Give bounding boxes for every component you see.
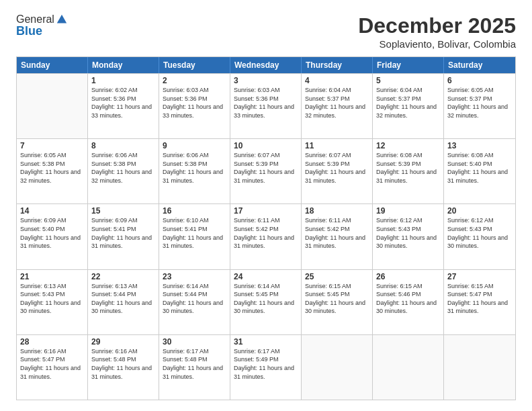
day-info: Sunrise: 6:14 AM Sunset: 5:45 PM Dayligh… [234, 282, 298, 316]
day-number: 12 [376, 141, 440, 150]
day-info: Sunrise: 6:09 AM Sunset: 5:41 PM Dayligh… [91, 216, 155, 250]
calendar-header-friday: Friday [373, 57, 444, 73]
day-info: Sunrise: 6:13 AM Sunset: 5:44 PM Dayligh… [91, 282, 155, 316]
calendar-cell [373, 335, 444, 400]
calendar-header: SundayMondayTuesdayWednesdayThursdayFrid… [17, 57, 515, 73]
day-info: Sunrise: 6:06 AM Sunset: 5:38 PM Dayligh… [91, 151, 155, 185]
day-info: Sunrise: 6:15 AM Sunset: 5:45 PM Dayligh… [305, 282, 369, 316]
day-number: 6 [447, 76, 512, 85]
calendar-cell: 13Sunrise: 6:08 AM Sunset: 5:40 PM Dayli… [444, 139, 515, 203]
day-info: Sunrise: 6:05 AM Sunset: 5:37 PM Dayligh… [447, 86, 512, 120]
day-number: 1 [91, 76, 155, 85]
calendar-header-monday: Monday [88, 57, 159, 73]
day-info: Sunrise: 6:17 AM Sunset: 5:49 PM Dayligh… [234, 347, 298, 381]
calendar-cell: 10Sunrise: 6:07 AM Sunset: 5:39 PM Dayli… [230, 139, 302, 203]
day-info: Sunrise: 6:17 AM Sunset: 5:48 PM Dayligh… [163, 347, 226, 381]
day-info: Sunrise: 6:04 AM Sunset: 5:37 PM Dayligh… [305, 86, 369, 120]
day-number: 23 [163, 272, 226, 281]
day-info: Sunrise: 6:04 AM Sunset: 5:37 PM Dayligh… [376, 86, 440, 120]
page-header: General Blue December 2025 Soplaviento, … [16, 13, 516, 50]
calendar-cell: 2Sunrise: 6:03 AM Sunset: 5:36 PM Daylig… [159, 74, 230, 138]
calendar-cell [302, 335, 373, 400]
day-info: Sunrise: 6:13 AM Sunset: 5:43 PM Dayligh… [20, 282, 84, 316]
calendar-header-tuesday: Tuesday [159, 57, 230, 73]
calendar-cell: 19Sunrise: 6:12 AM Sunset: 5:43 PM Dayli… [373, 204, 444, 269]
day-number: 13 [447, 141, 512, 150]
day-number: 10 [234, 141, 298, 150]
calendar-week-1: 1Sunrise: 6:02 AM Sunset: 5:36 PM Daylig… [17, 73, 515, 138]
day-number: 2 [163, 76, 226, 85]
day-info: Sunrise: 6:12 AM Sunset: 5:43 PM Dayligh… [376, 216, 440, 250]
day-number: 19 [376, 206, 440, 216]
calendar-cell: 16Sunrise: 6:10 AM Sunset: 5:41 PM Dayli… [159, 204, 230, 269]
day-info: Sunrise: 6:11 AM Sunset: 5:42 PM Dayligh… [305, 216, 369, 250]
day-number: 29 [91, 337, 155, 347]
calendar-cell: 5Sunrise: 6:04 AM Sunset: 5:37 PM Daylig… [373, 74, 444, 138]
day-info: Sunrise: 6:05 AM Sunset: 5:38 PM Dayligh… [20, 151, 84, 185]
day-number: 3 [234, 76, 298, 85]
day-info: Sunrise: 6:03 AM Sunset: 5:36 PM Dayligh… [163, 86, 226, 120]
day-number: 17 [234, 206, 298, 216]
calendar-week-5: 28Sunrise: 6:16 AM Sunset: 5:47 PM Dayli… [17, 334, 515, 400]
day-number: 31 [234, 337, 298, 347]
calendar-page: General Blue December 2025 Soplaviento, … [0, 0, 532, 411]
svg-marker-0 [57, 15, 66, 24]
calendar-week-3: 14Sunrise: 6:09 AM Sunset: 5:40 PM Dayli… [17, 203, 515, 269]
day-number: 26 [376, 272, 440, 281]
day-info: Sunrise: 6:08 AM Sunset: 5:40 PM Dayligh… [447, 151, 512, 185]
day-info: Sunrise: 6:16 AM Sunset: 5:47 PM Dayligh… [20, 347, 84, 381]
day-number: 22 [91, 272, 155, 281]
calendar-header-thursday: Thursday [302, 57, 373, 73]
day-info: Sunrise: 6:09 AM Sunset: 5:40 PM Dayligh… [20, 216, 84, 250]
day-number: 27 [447, 272, 512, 281]
day-info: Sunrise: 6:14 AM Sunset: 5:44 PM Dayligh… [163, 282, 226, 316]
calendar-cell [17, 74, 88, 138]
calendar-cell: 17Sunrise: 6:11 AM Sunset: 5:42 PM Dayli… [230, 204, 302, 269]
day-number: 14 [20, 206, 84, 216]
calendar-header-wednesday: Wednesday [230, 57, 302, 73]
calendar-header-sunday: Sunday [17, 57, 88, 73]
day-number: 16 [163, 206, 226, 216]
location-title: Soplaviento, Bolivar, Colombia [358, 38, 516, 50]
month-title: December 2025 [358, 13, 516, 38]
calendar-cell: 18Sunrise: 6:11 AM Sunset: 5:42 PM Dayli… [302, 204, 373, 269]
day-info: Sunrise: 6:03 AM Sunset: 5:36 PM Dayligh… [234, 86, 298, 120]
day-number: 18 [305, 206, 369, 216]
calendar-cell: 25Sunrise: 6:15 AM Sunset: 5:45 PM Dayli… [302, 270, 373, 334]
day-number: 8 [91, 141, 155, 150]
calendar-cell: 9Sunrise: 6:06 AM Sunset: 5:38 PM Daylig… [159, 139, 230, 203]
day-number: 30 [163, 337, 226, 347]
day-info: Sunrise: 6:06 AM Sunset: 5:38 PM Dayligh… [163, 151, 226, 185]
calendar-cell: 21Sunrise: 6:13 AM Sunset: 5:43 PM Dayli… [17, 270, 88, 334]
calendar-cell: 27Sunrise: 6:15 AM Sunset: 5:47 PM Dayli… [444, 270, 515, 334]
calendar-cell: 30Sunrise: 6:17 AM Sunset: 5:48 PM Dayli… [159, 335, 230, 400]
calendar-cell: 11Sunrise: 6:07 AM Sunset: 5:39 PM Dayli… [302, 139, 373, 203]
day-number: 9 [163, 141, 226, 150]
day-number: 28 [20, 337, 84, 347]
day-info: Sunrise: 6:07 AM Sunset: 5:39 PM Dayligh… [305, 151, 369, 185]
calendar-body: 1Sunrise: 6:02 AM Sunset: 5:36 PM Daylig… [17, 73, 515, 400]
day-info: Sunrise: 6:15 AM Sunset: 5:46 PM Dayligh… [376, 282, 440, 316]
calendar-cell: 4Sunrise: 6:04 AM Sunset: 5:37 PM Daylig… [302, 74, 373, 138]
day-info: Sunrise: 6:02 AM Sunset: 5:36 PM Dayligh… [91, 86, 155, 120]
calendar-cell: 29Sunrise: 6:16 AM Sunset: 5:48 PM Dayli… [88, 335, 159, 400]
day-number: 15 [91, 206, 155, 216]
calendar-cell: 28Sunrise: 6:16 AM Sunset: 5:47 PM Dayli… [17, 335, 88, 400]
day-info: Sunrise: 6:11 AM Sunset: 5:42 PM Dayligh… [234, 216, 298, 250]
day-number: 5 [376, 76, 440, 85]
calendar-cell: 6Sunrise: 6:05 AM Sunset: 5:37 PM Daylig… [444, 74, 515, 138]
day-info: Sunrise: 6:10 AM Sunset: 5:41 PM Dayligh… [163, 216, 226, 250]
calendar-cell [444, 335, 515, 400]
calendar-cell: 7Sunrise: 6:05 AM Sunset: 5:38 PM Daylig… [17, 139, 88, 203]
calendar-cell: 8Sunrise: 6:06 AM Sunset: 5:38 PM Daylig… [88, 139, 159, 203]
calendar-cell: 1Sunrise: 6:02 AM Sunset: 5:36 PM Daylig… [88, 74, 159, 138]
calendar-cell: 22Sunrise: 6:13 AM Sunset: 5:44 PM Dayli… [88, 270, 159, 334]
calendar-header-saturday: Saturday [444, 57, 515, 73]
calendar-cell: 3Sunrise: 6:03 AM Sunset: 5:36 PM Daylig… [230, 74, 302, 138]
calendar-cell: 12Sunrise: 6:08 AM Sunset: 5:39 PM Dayli… [373, 139, 444, 203]
day-info: Sunrise: 6:16 AM Sunset: 5:48 PM Dayligh… [91, 347, 155, 381]
logo-icon [56, 13, 68, 26]
calendar-cell: 26Sunrise: 6:15 AM Sunset: 5:46 PM Dayli… [373, 270, 444, 334]
day-info: Sunrise: 6:08 AM Sunset: 5:39 PM Dayligh… [376, 151, 440, 185]
title-block: December 2025 Soplaviento, Bolivar, Colo… [358, 13, 516, 50]
